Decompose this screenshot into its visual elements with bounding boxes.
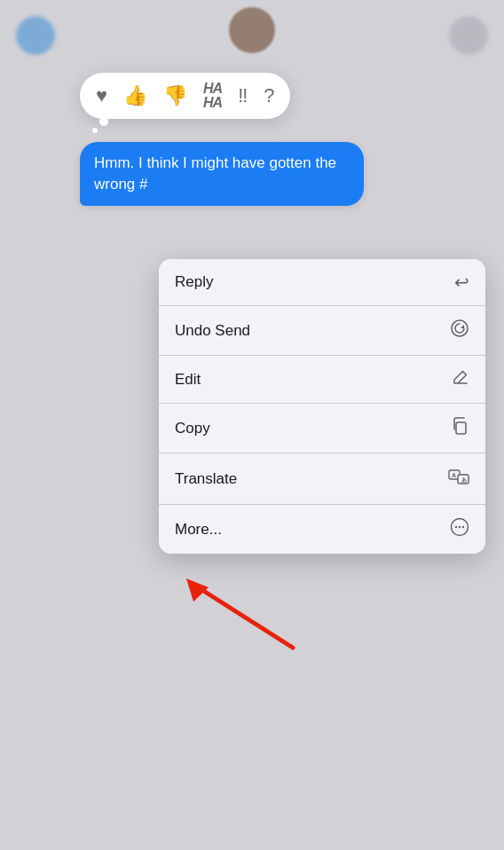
menu-item-undo-send[interactable]: Undo Send: [159, 306, 485, 356]
reaction-thumbsup[interactable]: 👍: [123, 86, 147, 106]
edit-icon: [452, 368, 469, 390]
menu-item-more-label: More...: [175, 521, 222, 539]
svg-text:A: A: [452, 472, 456, 478]
svg-point-8: [455, 526, 457, 528]
avatar-right: [449, 16, 488, 55]
menu-item-more[interactable]: More...: [159, 505, 485, 554]
arrow-annotation: [142, 550, 319, 660]
svg-marker-1: [461, 325, 464, 328]
reaction-heart[interactable]: ♥: [96, 86, 107, 106]
menu-item-edit-label: Edit: [175, 371, 201, 389]
menu-item-copy-label: Copy: [175, 420, 210, 437]
menu-item-reply[interactable]: Reply ↩: [159, 259, 485, 306]
context-menu: Reply ↩ Undo Send Edit Copy: [159, 259, 485, 554]
menu-item-reply-label: Reply: [175, 273, 213, 291]
svg-marker-11: [186, 578, 209, 602]
avatar-center: [229, 7, 275, 53]
menu-item-copy[interactable]: Copy: [159, 404, 485, 453]
more-icon: [450, 517, 469, 541]
svg-text:あ: あ: [461, 477, 467, 484]
menu-item-translate-label: Translate: [175, 470, 237, 488]
reaction-question[interactable]: ?: [264, 86, 274, 106]
undo-send-icon: [450, 319, 469, 342]
svg-point-10: [462, 526, 464, 528]
reaction-haha[interactable]: HAHA: [203, 82, 222, 110]
menu-item-edit[interactable]: Edit: [159, 356, 485, 404]
translate-icon: A あ: [448, 466, 469, 492]
svg-point-0: [452, 320, 468, 336]
svg-point-9: [459, 526, 461, 528]
reaction-bar: ♥ 👍 👎 HAHA ‼ ?: [80, 73, 290, 119]
svg-rect-2: [456, 422, 466, 434]
message-bubble: Hmm. I think I might have gotten the wro…: [80, 142, 364, 206]
avatar-left: [16, 16, 55, 55]
reaction-exclamation[interactable]: ‼: [238, 86, 248, 106]
message-text: Hmm. I think I might have gotten the wro…: [94, 154, 336, 193]
menu-item-undo-send-label: Undo Send: [175, 322, 250, 340]
reply-icon: ↩: [454, 272, 469, 293]
copy-icon: [450, 416, 469, 440]
reaction-thumbsdown[interactable]: 👎: [163, 86, 187, 106]
menu-item-translate[interactable]: Translate A あ: [159, 453, 485, 505]
